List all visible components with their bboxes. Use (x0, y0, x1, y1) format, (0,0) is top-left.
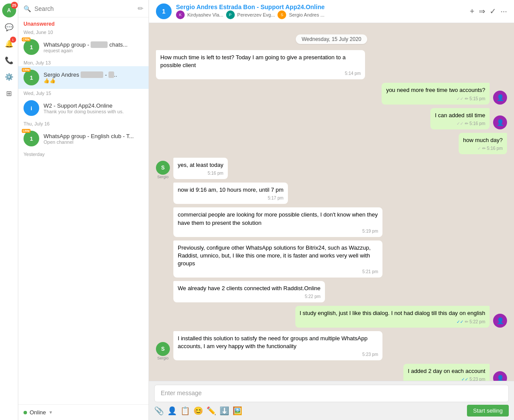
msg-text-10: I study english, just I like this dialog… (300, 310, 485, 316)
msg-bubble-3: I can added stil time ✓✓ ✏ 5:16 pm (430, 108, 490, 129)
msg-check-10: ✓✓ (457, 319, 463, 325)
chat-nav-icon[interactable]: 💬 (2, 20, 16, 34)
crm-badge-4: CRM (22, 129, 30, 133)
search-icon: 🔍 (24, 5, 31, 12)
date-mon-july: Mon, July 13 (18, 58, 149, 66)
message-row-5: S Sergio yes, at least today 5:16 pm (156, 158, 507, 179)
message-input[interactable]: Enter message (154, 385, 509, 402)
user-avatar[interactable]: A 25 (2, 3, 16, 17)
chat-name-1: WhatsApp group - xxxxxx chats... (44, 41, 143, 48)
agent-name-pereverzev: Pereverzev Evg... (237, 12, 275, 17)
msg-bubble-12: I added 2 day on each account ✓✓ 5:23 pm (403, 364, 490, 381)
status-chevron-icon[interactable]: ▼ (49, 410, 53, 415)
add-button[interactable]: + (470, 7, 474, 16)
chat-list-panel: 🔍 ✏ Unanswered Wed, June 10 CRM 1 WhatsA… (18, 0, 149, 420)
chat-name-2: Sergio Andres xxxxxxxx - xx.. (44, 71, 143, 78)
msg-text-4: how much day? (463, 137, 503, 143)
message-row-1: How much time is left to test? Today I a… (156, 50, 507, 79)
msg-time-5: 5:16 pm (208, 170, 223, 176)
msg-text-11: I installed this solution to satisfy the… (178, 335, 368, 349)
attachment-icon[interactable]: 📎 (154, 406, 164, 416)
image-icon[interactable]: 🖼️ (233, 406, 242, 416)
agent-avatar-pereverzev: P (226, 10, 235, 19)
notifications-icon[interactable]: 🔔 1 (2, 37, 16, 51)
search-input[interactable] (34, 5, 134, 12)
unanswered-label: Unanswered (18, 17, 149, 28)
msg-text-6: now id 9:16 am, 10 hours more, until 7 p… (178, 186, 284, 193)
more-button[interactable]: ··· (500, 7, 507, 16)
msg-time-3: ✏ 5:16 pm (465, 121, 485, 127)
chat-name-4: WhatsApp group - English club - T... (44, 133, 143, 139)
forward-button[interactable]: ⇒ (479, 7, 485, 16)
msg-check-2: ✓✓ (457, 96, 463, 102)
chat-avatar-2: CRM 1 (24, 70, 39, 85)
recv-sender-5: Sergio (157, 175, 169, 179)
message-row-4: how much day? ✓ ✏ 5:16 pm (156, 133, 507, 154)
chat-avatar-3: i (24, 100, 39, 116)
msg-text-8: Previously, configure other WhatsApp sol… (178, 244, 371, 267)
chat-preview-3: Thank you for doing business with us. (44, 109, 143, 114)
chat-item-whatsapp-group[interactable]: CRM 1 WhatsApp group - xxxxxx chats... r… (18, 36, 149, 58)
download-icon[interactable]: ⬇️ (220, 406, 229, 416)
sent-avatar-12: 👤 (493, 371, 507, 381)
msg-check-12: ✓✓ (461, 376, 468, 381)
chat-item-english-club[interactable]: CRM 1 WhatsApp group - English club - T.… (18, 127, 149, 150)
settings-icon[interactable]: ⚙️ (2, 70, 16, 84)
emoji-icon[interactable]: 😊 (193, 406, 203, 416)
search-bar: 🔍 ✏ (18, 0, 149, 17)
chat-avatar-1: CRM 1 (24, 39, 39, 55)
chat-item-sergio[interactable]: CRM 1 Sergio Andres xxxxxxxx - xx.. 👍👍 (18, 66, 149, 89)
msg-text-12: I added 2 day on each account (408, 368, 485, 374)
msg-bubble-8: Previously, configure other WhatsApp sol… (173, 240, 382, 278)
sent-avatar-10: 👤 (493, 314, 507, 328)
edit-icon[interactable]: ✏️ (206, 406, 216, 416)
msg-check-3: ✓✓ (457, 121, 463, 127)
agent-avatar-sergio: S (277, 10, 286, 19)
status-label: Online (30, 409, 46, 416)
msg-time-12: 5:23 pm (470, 376, 485, 381)
contact-icon[interactable]: 👤 (167, 406, 177, 416)
check-button[interactable]: ✓ (490, 7, 496, 16)
chat-item-w2[interactable]: i W2 - Support App24.Online Thank you fo… (18, 97, 149, 119)
compose-icon[interactable]: ✏ (138, 4, 143, 13)
date-yesterday: Yesterday (18, 150, 149, 158)
agent-avatar-kirdyashev: K (176, 10, 185, 19)
status-dot (24, 411, 27, 414)
grid-icon[interactable]: ⊞ (2, 86, 16, 100)
chat-preview-4: Open channel (44, 139, 143, 145)
icon-sidebar: A 25 💬 🔔 1 📞 ⚙️ ⊞ (0, 0, 18, 420)
chat-preview-1: request again (44, 48, 143, 53)
header-info: Sergio Andres Estrada Bon - Support App2… (176, 3, 465, 19)
msg-time-4: ✏ 5:16 pm (482, 146, 503, 152)
msg-text-2: you need more free time two accounts? (386, 87, 485, 93)
chat-info-3: W2 - Support App24.Online Thank you for … (44, 102, 143, 114)
checklist-icon[interactable]: 📋 (180, 406, 190, 416)
notification-badge: 25 (11, 2, 18, 9)
msg-bubble-7: commercial people are looking for more p… (173, 207, 382, 237)
recv-avatar-11: S (156, 342, 170, 356)
start-selling-button[interactable]: Start selling (467, 405, 509, 417)
chat-info-1: WhatsApp group - xxxxxx chats... request… (44, 41, 143, 53)
msg-time-2: ✏ 5:15 pm (465, 96, 485, 102)
header-avatar: 1 (156, 3, 172, 19)
message-row-12: I added 2 day on each account ✓✓ 5:23 pm… (156, 364, 507, 381)
status-bar: Online ▼ (18, 404, 149, 420)
chat-preview-2: 👍👍 (44, 78, 143, 84)
message-row-2: you need more free time two accounts? ✓✓… (156, 83, 507, 104)
chat-messages: Wednesday, 15 July 2020 How much time is… (149, 23, 514, 381)
sent-avatar-3: 👤 (493, 115, 507, 129)
msg-bubble-2: you need more free time two accounts? ✓✓… (382, 83, 490, 104)
msg-text-7: commercial people are looking for more p… (178, 211, 378, 226)
recv-sender-11: Sergio (157, 356, 169, 360)
date-wed-june: Wed, June 10 (18, 28, 149, 36)
msg-check-4: ✓ (477, 146, 481, 152)
msg-bubble-6: now id 9:16 am, 10 hours more, until 7 p… (173, 183, 288, 204)
date-thu-july: Thu, July 16 (18, 119, 149, 127)
message-row-7: commercial people are looking for more p… (156, 207, 507, 237)
phone-icon[interactable]: 📞 (2, 53, 16, 67)
msg-text-9: We already have 2 clients connected with… (178, 285, 321, 291)
msg-time-6: 5:17 pm (268, 195, 284, 201)
message-row-6: now id 9:16 am, 10 hours more, until 7 p… (156, 183, 507, 204)
chat-info-4: WhatsApp group - English club - T... Ope… (44, 133, 143, 145)
msg-bubble-5: yes, at least today 5:16 pm (173, 158, 228, 179)
